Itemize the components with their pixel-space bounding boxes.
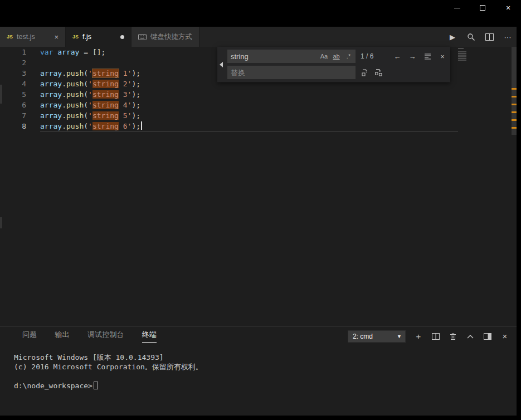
tab-keyboard-shortcuts[interactable]: 键盘快捷方式 bbox=[132, 27, 199, 47]
tab-close-icon[interactable]: × bbox=[54, 33, 59, 41]
line-content: array.push('string 5'); bbox=[40, 110, 458, 121]
tab-test-js[interactable]: JS test.js × bbox=[0, 27, 66, 47]
split-editor-icon[interactable] bbox=[485, 32, 494, 41]
terminal-select[interactable]: 2: cmd ▼ bbox=[348, 330, 406, 343]
line-content: array.push('string 6'); bbox=[40, 121, 458, 131]
minimize-icon bbox=[454, 8, 460, 8]
terminal-select-value: 2: cmd bbox=[353, 333, 373, 340]
minimap-line bbox=[458, 55, 466, 56]
panel-tab-debug-console[interactable]: 调试控制台 bbox=[87, 330, 124, 343]
line-number: 6 bbox=[0, 100, 26, 110]
bottom-panel: 问题 输出 调试控制台 终端 2: cmd ▼ + bbox=[0, 326, 517, 416]
tab-f-js[interactable]: JS f.js bbox=[66, 27, 132, 47]
chevron-down-icon: ▼ bbox=[397, 334, 402, 339]
code-line-5[interactable]: 5array.push('string 3'); bbox=[0, 89, 458, 100]
find-results-count: 1 / 6 bbox=[361, 52, 373, 60]
tab-label: 键盘快捷方式 bbox=[150, 32, 192, 42]
code-line-8[interactable]: 8array.push('string 6'); bbox=[0, 121, 458, 131]
terminal[interactable]: Microsoft Windows [版本 10.0.14393](c) 201… bbox=[0, 346, 517, 390]
replace-all-icon[interactable] bbox=[374, 68, 383, 77]
run-icon[interactable]: ▶ bbox=[448, 32, 457, 41]
left-edge-mark bbox=[0, 217, 2, 228]
terminal-line: Microsoft Windows [版本 10.0.14393] bbox=[14, 353, 517, 362]
editor-actions: ▶ ··· bbox=[448, 27, 517, 47]
panel-actions: 2: cmd ▼ + × bbox=[348, 330, 517, 343]
editor-tabbar: JS test.js × JS f.js 键盘快捷方式 bbox=[0, 27, 517, 47]
replace-row bbox=[227, 66, 447, 79]
search-match-marker bbox=[512, 111, 517, 113]
line-content: array.push('string 4'); bbox=[40, 100, 458, 110]
regex-toggle[interactable]: .* bbox=[343, 51, 354, 62]
line-number: 3 bbox=[0, 68, 26, 79]
chevron-left-icon bbox=[220, 62, 223, 67]
search-match-marker bbox=[512, 88, 517, 90]
vscode-window: × JS test.js × JS f.js 键盘快捷方式 ▶ ··· bbox=[0, 0, 521, 420]
overview-ruler[interactable] bbox=[512, 47, 517, 326]
maximize-panel-icon[interactable] bbox=[466, 332, 475, 341]
toggle-replace-button[interactable] bbox=[217, 47, 225, 82]
whole-word-toggle[interactable]: ab bbox=[331, 51, 342, 62]
line-number: 2 bbox=[0, 57, 26, 68]
search-match-marker bbox=[512, 96, 517, 97]
kill-terminal-icon[interactable] bbox=[449, 332, 457, 341]
line-number: 1 bbox=[0, 47, 26, 57]
terminal-line: (c) 2016 Microsoft Corporation。保留所有权利。 bbox=[14, 362, 517, 372]
search-match-marker bbox=[512, 104, 517, 105]
minimap-line bbox=[458, 56, 466, 57]
minimap-line bbox=[458, 58, 466, 59]
find-row: Aa ab .* 1 / 6 ← → × bbox=[227, 50, 447, 63]
minimap[interactable] bbox=[458, 48, 475, 61]
window-bottom-edge bbox=[0, 416, 521, 420]
find-input[interactable] bbox=[227, 52, 319, 61]
find-toggles: Aa ab .* bbox=[319, 51, 356, 62]
close-panel-icon[interactable]: × bbox=[500, 332, 509, 341]
js-file-icon: JS bbox=[7, 34, 13, 40]
titlebar: × bbox=[0, 0, 521, 27]
line-number: 8 bbox=[0, 121, 26, 131]
line-number: 4 bbox=[0, 79, 26, 89]
toggle-panel-icon[interactable] bbox=[483, 332, 492, 341]
panel-tabs: 问题 输出 调试控制台 终端 bbox=[0, 330, 157, 343]
minimap-line bbox=[458, 60, 466, 61]
find-body: Aa ab .* 1 / 6 ← → × bbox=[225, 47, 450, 82]
scrollbar-thumb[interactable] bbox=[512, 47, 517, 135]
match-case-toggle[interactable]: Aa bbox=[319, 51, 329, 62]
close-icon: × bbox=[506, 4, 510, 12]
window-controls: × bbox=[444, 0, 521, 16]
new-terminal-icon[interactable]: + bbox=[414, 332, 423, 341]
search-match-marker bbox=[512, 127, 517, 129]
keyboard-icon bbox=[138, 34, 147, 40]
terminal-line: d:\node_workspace> bbox=[14, 381, 517, 390]
more-actions-icon[interactable]: ··· bbox=[503, 32, 512, 41]
replace-actions bbox=[361, 68, 383, 77]
next-match-icon[interactable]: → bbox=[408, 52, 417, 61]
find-in-selection-icon[interactable] bbox=[423, 52, 432, 61]
editor[interactable]: 1var array = [];23array.push('string 1')… bbox=[0, 47, 517, 326]
code-line-6[interactable]: 6array.push('string 4'); bbox=[0, 100, 458, 110]
split-panel-icon[interactable] bbox=[431, 332, 440, 341]
line-number: 5 bbox=[0, 89, 26, 100]
text-cursor bbox=[141, 121, 142, 130]
minimap-line bbox=[458, 48, 464, 49]
replace-input[interactable] bbox=[227, 69, 356, 77]
tab-label: f.js bbox=[82, 33, 91, 41]
close-find-icon[interactable]: × bbox=[438, 52, 447, 61]
code-line-7[interactable]: 7array.push('string 5'); bbox=[0, 110, 458, 121]
maximize-button[interactable] bbox=[470, 0, 495, 16]
line-content: array.push('string 3'); bbox=[40, 89, 458, 100]
minimize-button[interactable] bbox=[444, 0, 470, 16]
find-actions: ← → × bbox=[393, 52, 447, 61]
modified-dot-icon[interactable] bbox=[120, 35, 124, 39]
panel-tab-terminal[interactable]: 终端 bbox=[142, 330, 157, 343]
left-edge-mark bbox=[0, 85, 2, 104]
search-editor-icon[interactable] bbox=[466, 32, 475, 41]
search-match-marker bbox=[512, 119, 517, 121]
previous-match-icon[interactable]: ← bbox=[393, 52, 402, 61]
replace-icon[interactable] bbox=[361, 68, 369, 77]
terminal-line bbox=[14, 372, 517, 381]
window-right-edge bbox=[517, 0, 521, 420]
terminal-lines: Microsoft Windows [版本 10.0.14393](c) 201… bbox=[14, 353, 517, 390]
panel-tab-output[interactable]: 输出 bbox=[55, 330, 69, 343]
minimap-line bbox=[458, 53, 466, 54]
panel-tab-problems[interactable]: 问题 bbox=[22, 330, 37, 343]
